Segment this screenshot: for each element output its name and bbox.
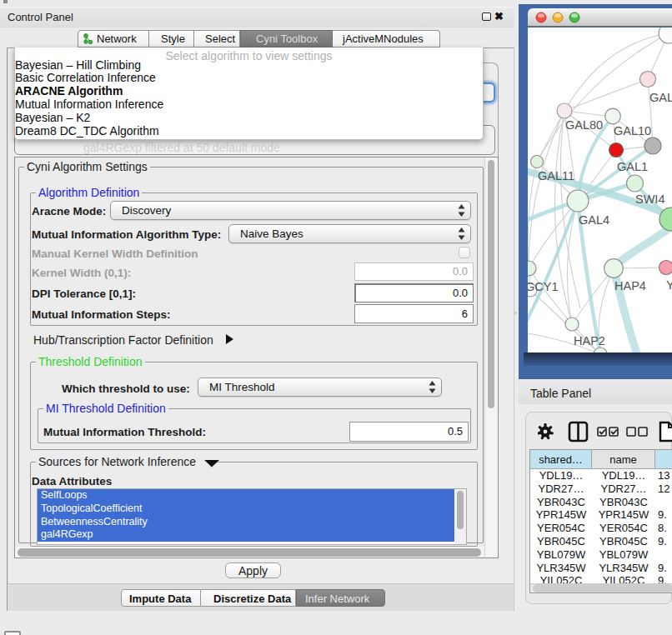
- svg-text:GAL80: GAL80: [565, 118, 603, 132]
- svg-text:SWI4: SWI4: [635, 192, 664, 206]
- svg-text:GAL1: GAL1: [617, 160, 648, 173]
- svg-text:Y: Y: [666, 278, 672, 292]
- svg-text:GCY1: GCY1: [528, 280, 559, 293]
- svg-text:HAP2: HAP2: [574, 334, 605, 348]
- svg-text:HAP4: HAP4: [614, 279, 646, 292]
- svg-text:GAL7: GAL7: [649, 91, 672, 104]
- svg-text:GAL10: GAL10: [614, 124, 651, 138]
- svg-text:GAL4: GAL4: [579, 213, 609, 227]
- svg-text:GAL11: GAL11: [538, 169, 574, 182]
